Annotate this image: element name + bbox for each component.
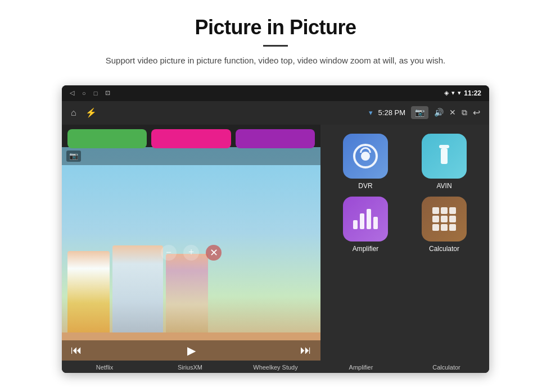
dvr-circle-icon [353,144,378,168]
toolbar-right: ▾ 5:28 PM 📷 🔊 ✕ ⧉ ↩ [369,106,480,119]
app-grid-area: DVR AVIN [320,125,489,361]
usb-icon[interactable]: ⚡ [85,107,97,118]
bottom-label-amplifier: Amplifier [318,364,404,371]
device-frame: ◁ ○ □ ⊡ ◈ ▾ ▾ 11:22 ⌂ ⚡ ▾ 5:28 PM 📷 🔊 ✕ … [62,85,489,373]
pip-grow-button[interactable]: + [183,245,199,261]
main-content: 📷 − + ✕ ⏮ ▶ ⏭ [62,125,489,361]
app-grid: DVR AVIN [325,129,485,257]
amp-bar-4 [373,217,378,229]
bottom-label-siriusxm: SiriusXM [147,364,233,371]
title-divider [263,45,288,47]
avin-plug-icon [441,148,448,164]
calc-btn-2 [441,207,448,214]
play-button[interactable]: ▶ [187,344,196,357]
clock: 11:22 [464,89,481,97]
siriusxm-pill[interactable] [151,129,231,148]
netflix-pill[interactable] [67,129,147,148]
rewind-button[interactable]: ⏮ [71,344,82,357]
home-icon[interactable]: ⌂ [71,108,76,118]
video-overlay: 📷 − + ✕ ⏮ ▶ ⏭ [62,147,320,361]
bottom-label-netflix: Netflix [62,364,147,371]
app-toolbar: ⌂ ⚡ ▾ 5:28 PM 📷 🔊 ✕ ⧉ ↩ [62,101,489,125]
calc-btn-5 [441,216,448,222]
calc-btn-9 [449,224,456,231]
app-amplifier[interactable]: Amplifier [329,197,401,253]
calc-btn-1 [432,207,439,214]
dvr-wifi-icon [360,147,371,153]
amp-bar-2 [360,213,364,229]
avin-icon [422,134,467,179]
status-bar: ◁ ○ □ ⊡ ◈ ▾ ▾ 11:22 [62,85,489,101]
bottom-label-wheelkey: Wheelkey Study [233,364,318,371]
gps-icon: ◈ [444,89,449,97]
wifi-status-icon: ▾ [369,108,373,117]
calculator-label: Calculator [429,245,459,253]
wheelkey-pill[interactable] [236,129,315,148]
back-toolbar-icon[interactable]: ↩ [473,107,480,118]
bottom-labels: Netflix SiriusXM Wheelkey Study Amplifie… [62,361,489,373]
calc-btn-6 [449,216,456,222]
page-title: Picture in Picture [22,16,529,39]
calculator-icon [422,197,467,241]
amplifier-bars-icon [353,209,378,229]
calc-btn-8 [441,224,448,231]
status-bar-nav: ◁ ○ □ ⊡ [70,89,110,97]
calc-btn-7 [432,224,439,231]
video-controls: ⏮ ▶ ⏭ [62,340,320,361]
bottom-label-calculator: Calculator [404,364,489,371]
avin-label: AVIN [436,182,451,190]
pip-area: 📷 − + ✕ ⏮ ▶ ⏭ [62,125,320,361]
toolbar-time: 5:28 PM [378,108,405,117]
recents-icon[interactable]: □ [94,90,98,97]
calc-btn-4 [432,216,439,222]
close-icon[interactable]: ✕ [449,108,456,117]
pip-shrink-button[interactable]: − [161,245,177,261]
pip-resize-controls: − + ✕ [62,241,320,264]
page-header: Picture in Picture Support video picture… [0,0,551,76]
pip-close-button[interactable]: ✕ [206,245,222,261]
app-avin[interactable]: AVIN [408,134,480,190]
dvr-icon [343,134,388,179]
back-icon[interactable]: ◁ [70,89,74,97]
amplifier-label: Amplifier [353,245,379,253]
dvr-label: DVR [358,182,372,190]
avin-shape-icon [441,148,448,164]
forward-button[interactable]: ⏭ [300,344,311,357]
volume-icon[interactable]: 🔊 [434,108,444,117]
screenshot-icon[interactable]: ⊡ [105,89,110,97]
amplifier-icon [343,197,388,241]
wifi-icon: ▾ [451,89,455,97]
app-pills-row [62,125,320,153]
amp-bar-3 [367,209,371,229]
app-calculator[interactable]: Calculator [408,197,480,253]
pip-icon[interactable]: ⧉ [462,108,467,117]
signal-icon: ▾ [458,89,461,97]
status-bar-right: ◈ ▾ ▾ 11:22 [444,89,481,97]
camera-button[interactable]: 📷 [411,106,428,119]
amp-bar-1 [353,220,358,229]
video-player[interactable]: 📷 − + ✕ ⏮ ▶ ⏭ [62,147,320,361]
app-dvr[interactable]: DVR [329,134,401,190]
page-subtitle: Support video picture in picture functio… [79,54,472,67]
calculator-grid-icon [432,207,456,231]
toolbar-left: ⌂ ⚡ [71,107,97,118]
home-circle-icon[interactable]: ○ [82,90,86,97]
calc-btn-3 [449,207,456,214]
